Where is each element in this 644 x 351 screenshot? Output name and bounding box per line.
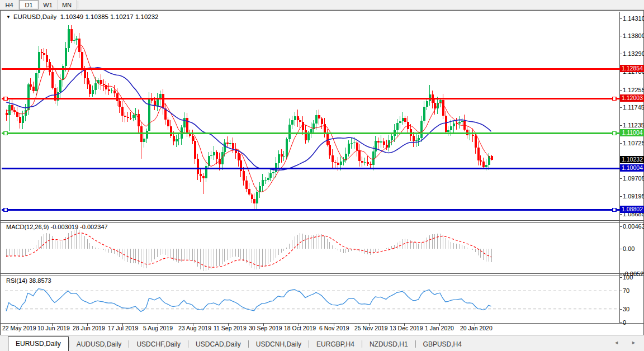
timeframe-button-d1[interactable]: D1 [19, 0, 39, 10]
price-tick-label: 1.14310 [623, 15, 644, 22]
ma-slow [6, 68, 491, 170]
macd-label: MACD(12,26,9) -0.003019 -0.002347 [6, 224, 108, 230]
date-tick-label: 28 Jun 2019 [73, 325, 105, 331]
rsi-axis-label: 30 [623, 306, 629, 312]
timeframe-button-w1[interactable]: W1 [39, 0, 58, 10]
price-tick-label: 1.13290 [623, 50, 644, 57]
macd-axis-label: 0.00463 [623, 223, 644, 230]
rsi-line [6, 289, 491, 312]
chart-symbol-label: EURUSD,Daily [13, 13, 56, 20]
tab-gbpusd-h4[interactable]: GBPUSD,H4 [416, 338, 469, 351]
rsi-axis-label: 70 [623, 287, 629, 294]
chart-dropdown-icon[interactable]: ▼ [6, 15, 11, 20]
rsi-axis-label: 0 [623, 319, 626, 326]
timeframe-button-mn[interactable]: MN [58, 0, 77, 10]
rsi-panel [5, 289, 619, 312]
tab-scroll-right-icon[interactable]: ► [631, 340, 636, 345]
price-badge: 1.10004 [620, 164, 644, 172]
tab-usdchf-daily[interactable]: USDCHF,Daily [129, 338, 188, 351]
candlesticks [6, 25, 493, 211]
tab-scroll-left-icon[interactable]: ◄ [614, 340, 619, 345]
tab-eurusd-daily[interactable]: EURUSD,Daily [8, 336, 69, 351]
date-tick-label: 5 Aug 2019 [143, 325, 173, 331]
date-tick-label: 13 Dec 2019 [390, 325, 423, 331]
date-tick-label: 6 Nov 2019 [319, 325, 349, 331]
timeframe-toolbar: H4D1W1MN [0, 0, 644, 10]
date-tick-label: 22 May 2019 [2, 325, 36, 331]
price-tick-label: 1.11235 [623, 122, 644, 129]
date-tick-label: 18 Oct 2019 [284, 325, 316, 331]
tab-audusd-daily[interactable]: AUDUSD,Daily [69, 338, 129, 351]
tab-nzdusd-h1[interactable]: NZDUSD,H1 [362, 338, 415, 351]
macd-axis-label: 0.00 [623, 245, 634, 252]
price-tick-label: 1.09705 [623, 175, 644, 182]
price-tick-label: 1.13800 [623, 32, 644, 39]
date-tick-label: 17 Jul 2019 [108, 325, 138, 331]
price-tick-label: 1.12255 [623, 87, 644, 93]
price-tick-label: 1.11745 [623, 104, 644, 111]
tab-eurgbp-h4[interactable]: EURGBP,H4 [309, 338, 362, 351]
price-badge: 1.12854 [620, 65, 644, 72]
date-tick-label: 23 Aug 2019 [178, 325, 211, 331]
date-tick-label: 20 Jan 2020 [460, 325, 493, 331]
date-tick-label: 25 Nov 2019 [354, 325, 388, 331]
price-badge: 1.08802 [620, 206, 644, 213]
rsi-axis-label: 100 [623, 274, 633, 281]
ma-fast [6, 45, 491, 192]
tab-scroll-arrows: ◄► [614, 340, 636, 345]
chart-tab-bar: EURUSD,DailyAUDUSD,DailyUSDCHF,DailyUSDC… [0, 335, 644, 351]
price-tick-label: 1.10725 [623, 140, 644, 146]
rsi-label: RSI(14) 38.8573 [6, 277, 51, 284]
date-tick-label: 30 Sep 2019 [249, 325, 282, 331]
date-tick-label: 11 Sep 2019 [214, 325, 247, 331]
price-badge: 1.10232 [620, 156, 644, 163]
chart-canvas[interactable] [1, 11, 643, 334]
date-tick-label: 1 Jan 2020 [425, 325, 454, 331]
toolbar-separator [78, 1, 78, 8]
metatrader-workspace: H4D1W1MN ▼EURUSD,Daily 1.10349 1.10385 1… [0, 0, 644, 351]
price-badge: 1.12003 [620, 94, 644, 102]
chart-title[interactable]: ▼EURUSD,Daily 1.10349 1.10385 1.10217 1.… [6, 13, 159, 20]
tab-usdcad-daily[interactable]: USDCAD,Daily [188, 338, 248, 351]
chart-ohlc-values: 1.10349 1.10385 1.10217 1.10232 [60, 13, 159, 20]
date-tick-label: 10 Jun 2019 [37, 325, 70, 331]
macd-panel [6, 229, 492, 271]
chart-window[interactable]: ▼EURUSD,Daily 1.10349 1.10385 1.10217 1.… [0, 10, 644, 335]
price-tick-label: 1.09195 [623, 193, 644, 200]
timeframe-button-h4[interactable]: H4 [0, 0, 19, 10]
horizontal-lines[interactable] [2, 69, 620, 212]
price-badge: 1.11004 [620, 129, 644, 136]
tab-usdcnh-daily[interactable]: USDCNH,Daily [249, 338, 309, 351]
